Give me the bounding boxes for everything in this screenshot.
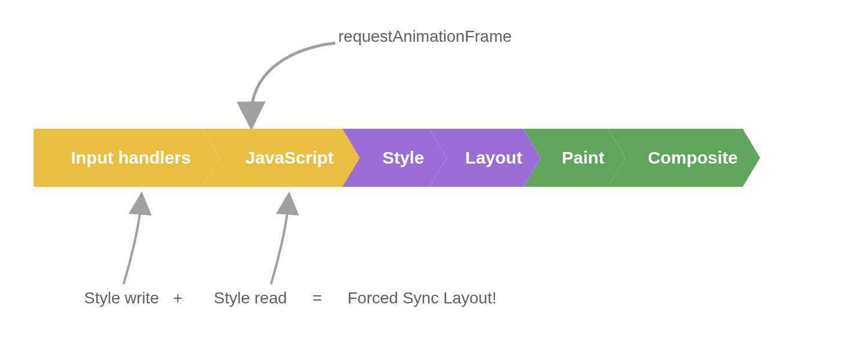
bottom-equation: Style write + Style read = Forced Sync L… — [84, 289, 497, 307]
style-write-label: Style write — [84, 289, 159, 307]
plus-symbol: + — [173, 289, 182, 307]
result-label: Forced Sync Layout! — [348, 289, 497, 307]
equals-symbol: = — [313, 289, 322, 307]
pipeline-diagram: requestAnimationFrame Input handlers Jav… — [0, 0, 868, 351]
style-read-label: Style read — [214, 289, 287, 307]
